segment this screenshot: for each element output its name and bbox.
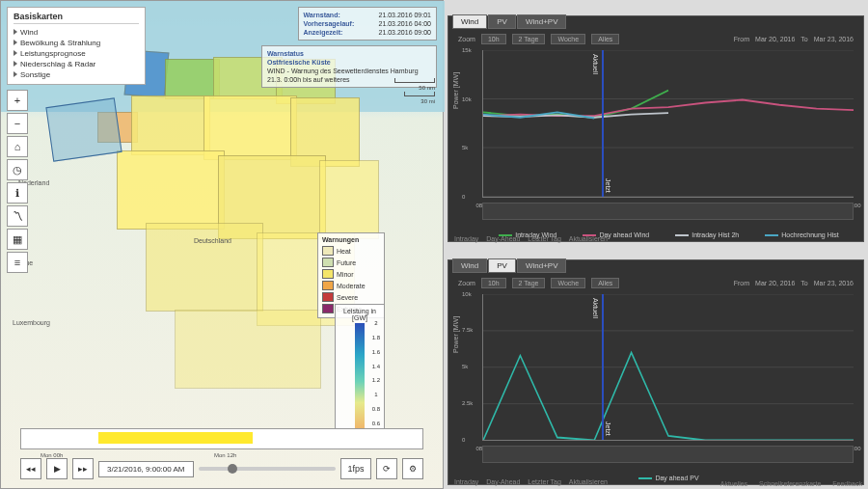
- footer-link[interactable]: Schnellreferenzkarte: [759, 480, 821, 487]
- zoom-range[interactable]: Woche: [551, 34, 585, 44]
- tab[interactable]: Wind+PV: [517, 14, 567, 29]
- timestamp: 3/21/2016, 9:00:00 AM: [98, 461, 194, 477]
- sublink[interactable]: Aktualisieren: [569, 235, 608, 242]
- table-button[interactable]: ≡: [7, 252, 28, 273]
- layer-item[interactable]: Sonstige: [14, 69, 139, 80]
- layer-picker[interactable]: Basiskarten Wind Bewölkung & Strahlung L…: [7, 7, 146, 85]
- charts-pane: WindPVWind+PVZoom10h2 TageWocheAllesFrom…: [444, 0, 868, 489]
- layer-item[interactable]: Niederschlag & Radar: [14, 59, 139, 69]
- zoom-out-button[interactable]: −: [7, 113, 28, 134]
- home-button[interactable]: ⌂: [7, 136, 28, 157]
- sublink[interactable]: Aktualisieren: [569, 478, 608, 485]
- zoom-range[interactable]: 2 Tage: [512, 34, 546, 44]
- chart-tabs: WindPVWind+PV: [452, 258, 566, 273]
- sublink[interactable]: Intraday: [454, 235, 478, 242]
- zoom-range[interactable]: Woche: [551, 278, 585, 288]
- zoom-range[interactable]: 2 Tage: [512, 278, 546, 288]
- plot-area[interactable]: 08:0016:0021. Mar08:0016:0022. Mar08:001…: [482, 294, 854, 442]
- label-de: Deutschland: [194, 237, 231, 244]
- prev-button[interactable]: ◂◂: [20, 458, 41, 479]
- player: ◂◂ ▶ ▸▸ 3/21/2016, 9:00:00 AM 1fps ⟳ ⚙: [20, 457, 423, 480]
- grid-button[interactable]: ▦: [7, 229, 28, 250]
- timeline[interactable]: Mon 00h Mon 12h: [20, 428, 423, 449]
- tab[interactable]: Wind+PV: [517, 258, 567, 273]
- footer-link[interactable]: Feedback: [832, 480, 862, 487]
- speed-slider[interactable]: [199, 467, 336, 471]
- chart-pv: WindPVWind+PVZoom10h2 TageWocheAllesFrom…: [448, 259, 864, 486]
- tab[interactable]: Wind: [452, 258, 487, 273]
- info-box: Warnstand:21.03.2016 09:01 Vorhersagelau…: [298, 7, 438, 41]
- zoom-in-button[interactable]: +: [7, 90, 28, 111]
- layer-item[interactable]: Leistungsprognose: [14, 48, 139, 59]
- y-axis-label: Power [MW]: [452, 316, 459, 353]
- loop-button[interactable]: ⟳: [376, 458, 397, 479]
- tab[interactable]: PV: [488, 258, 516, 273]
- sublink[interactable]: Day-Ahead: [486, 235, 520, 242]
- power-legend: Leistung in [GW] 21.81.61.41.210.80.6: [335, 304, 385, 435]
- sublink[interactable]: Day-Ahead: [486, 478, 520, 485]
- map-toolstrip: + − ⌂ ◷ ℹ 〽 ▦ ≡: [7, 90, 26, 273]
- range-selector[interactable]: [482, 446, 854, 463]
- info-button[interactable]: ℹ: [7, 182, 28, 204]
- chart-button[interactable]: 〽: [7, 205, 28, 227]
- zoom-range[interactable]: Alles: [591, 34, 619, 44]
- chart-wind: WindPVWind+PVZoom10h2 TageWocheAllesFrom…: [448, 15, 864, 242]
- sublink[interactable]: Intraday: [454, 478, 478, 485]
- tab[interactable]: PV: [488, 14, 516, 29]
- sublink[interactable]: Letzter Tag: [528, 478, 561, 485]
- footer-link[interactable]: Aktuelles: [720, 480, 747, 487]
- layer-header: Basiskarten: [14, 12, 139, 24]
- settings-button[interactable]: ⚙: [402, 458, 423, 479]
- scale-bar: 50 nm 30 mi: [394, 78, 435, 106]
- zoom-range[interactable]: 10h: [481, 34, 506, 44]
- plot-area[interactable]: 08:0016:0021. Mar08:0016:0022. Mar08:001…: [482, 50, 854, 198]
- map-pane[interactable]: Nederland Belgique Luxembourg Deutschlan…: [0, 0, 444, 489]
- zoom-range[interactable]: Alles: [591, 278, 619, 288]
- play-button[interactable]: ▶: [46, 458, 68, 479]
- layer-item[interactable]: Wind: [14, 27, 139, 38]
- clock-button[interactable]: ◷: [7, 159, 28, 180]
- zoom-range[interactable]: 10h: [481, 278, 506, 288]
- y-axis-label: Power [MW]: [452, 72, 459, 109]
- tab[interactable]: Wind: [452, 14, 487, 29]
- chart-sublinks: IntradayDay-AheadLetzter TagAktualisiere…: [454, 478, 615, 485]
- range-selector[interactable]: [482, 203, 854, 220]
- chart-tabs: WindPVWind+PV: [452, 14, 566, 29]
- label-lu: Luxembourg: [13, 319, 50, 326]
- timeline-fill: [98, 432, 253, 444]
- footer-links: Aktuelles Schnellreferenzkarte Feedback: [711, 480, 862, 487]
- fps-label: 1fps: [340, 458, 371, 479]
- layer-item[interactable]: Bewölkung & Strahlung: [14, 38, 139, 48]
- next-button[interactable]: ▸▸: [72, 458, 94, 479]
- chart-sublinks: IntradayDay-AheadLetzter TagAktualisiere…: [454, 235, 615, 242]
- sublink[interactable]: Letzter Tag: [528, 235, 561, 242]
